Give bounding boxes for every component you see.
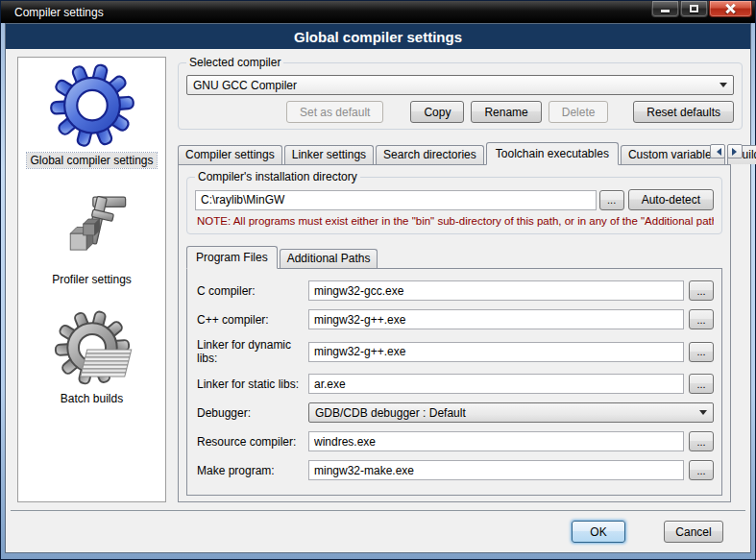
tab-scroll-right-button[interactable] [727, 144, 743, 158]
cpp-compiler-input[interactable] [308, 309, 684, 329]
program-files-panel: C compiler: ... C++ compiler: ... Linker… [186, 268, 722, 496]
installation-directory-group: Compiler's installation directory ... Au… [186, 177, 722, 234]
toolchain-executables-panel: Compiler's installation directory ... Au… [178, 164, 731, 502]
subtab-additional-paths[interactable]: Additional Paths [280, 249, 378, 268]
installation-directory-input[interactable] [195, 190, 597, 210]
tab-scroll-right-icon [732, 148, 741, 156]
close-button[interactable] [709, 1, 752, 17]
caliper-icon [54, 193, 131, 270]
tab-search-directories[interactable]: Search directories [376, 145, 484, 164]
resource-compiler-browse-button[interactable]: ... [689, 431, 714, 451]
dynamic-linker-browse-button[interactable]: ... [689, 342, 714, 362]
resource-compiler-input[interactable] [308, 431, 684, 451]
field-label: C++ compiler: [197, 313, 308, 327]
debugger-value: GDB/CDB debugger : Default [315, 406, 466, 420]
subtab-program-files[interactable]: Program Files [186, 246, 278, 269]
copy-button[interactable]: Copy [410, 101, 464, 123]
gray-gear-icon [53, 310, 132, 389]
titlebar[interactable]: Compiler settings [1, 1, 755, 23]
field-row-c-compiler: C compiler: ... [197, 280, 714, 301]
sidebar: Global compiler settings [17, 57, 166, 502]
dialog-header-title: Global compiler settings [294, 29, 462, 45]
tab-scroll-arrows [710, 144, 743, 158]
field-row-resource-compiler: Resource compiler: ... [197, 431, 714, 451]
maximize-icon [690, 5, 698, 12]
c-compiler-input[interactable] [308, 280, 684, 301]
blue-gear-icon [48, 63, 136, 151]
field-label: Linker for dynamic libs: [197, 338, 308, 365]
make-program-browse-button[interactable]: ... [689, 460, 714, 480]
minimize-button[interactable] [651, 1, 679, 17]
sidebar-item-label: Global compiler settings [27, 153, 156, 168]
reset-defaults-button[interactable]: Reset defaults [633, 101, 734, 123]
window-frame: Compiler settings Global compiler settin… [0, 0, 756, 560]
set-as-default-button[interactable]: Set as default [286, 101, 383, 123]
field-row-cpp-compiler: C++ compiler: ... [197, 309, 714, 329]
tab-linker-settings[interactable]: Linker settings [284, 145, 374, 164]
installation-directory-group-label: Compiler's installation directory [195, 170, 360, 183]
chevron-down-icon [719, 83, 727, 91]
installation-directory-note: NOTE: All programs must exist either in … [197, 215, 714, 227]
dialog-window: Global compiler settings Global compiler… [5, 23, 751, 553]
selected-compiler-dropdown[interactable]: GNU GCC Compiler [186, 75, 734, 95]
auto-detect-button[interactable]: Auto-detect [628, 189, 714, 210]
chevron-down-icon [699, 410, 707, 419]
make-program-input[interactable] [308, 460, 684, 480]
sidebar-item-global-compiler-settings[interactable]: Global compiler settings [18, 63, 165, 168]
main-panel: Selected compiler GNU GCC Compiler Set a… [178, 57, 743, 502]
rename-button[interactable]: Rename [471, 101, 541, 123]
dialog-header: Global compiler settings [6, 24, 750, 49]
field-label: Linker for static libs: [197, 377, 308, 391]
dialog-content: Global compiler settings [6, 49, 750, 510]
tab-scroll-left-icon [713, 148, 721, 156]
dynamic-linker-input[interactable] [308, 342, 684, 362]
field-row-make-program: Make program: ... [197, 460, 714, 480]
cpp-compiler-browse-button[interactable]: ... [689, 309, 714, 329]
selected-compiler-group-label: Selected compiler [186, 56, 283, 69]
installation-directory-row: ... Auto-detect [195, 189, 714, 210]
ok-button[interactable]: OK [572, 521, 625, 543]
selected-compiler-value: GNU GCC Compiler [193, 79, 297, 92]
tab-compiler-settings[interactable]: Compiler settings [178, 145, 282, 164]
tab-strip: Compiler settings Linker settings Search… [178, 138, 743, 164]
sidebar-item-label: Profiler settings [49, 272, 134, 287]
sidebar-item-label: Batch builds [58, 391, 126, 406]
field-row-dynamic-linker: Linker for dynamic libs: ... [197, 338, 714, 365]
minimize-icon [661, 10, 670, 12]
field-label: Make program: [197, 464, 308, 477]
static-linker-browse-button[interactable]: ... [689, 374, 714, 394]
sidebar-item-profiler-settings[interactable]: Profiler settings [18, 193, 165, 287]
maximize-button[interactable] [680, 1, 708, 17]
tab-scroll-left-button[interactable] [710, 144, 725, 158]
window-title: Compiler settings [14, 6, 104, 19]
subtab-strip: Program Files Additional Paths [186, 246, 730, 268]
field-label: C compiler: [197, 284, 308, 298]
static-linker-input[interactable] [308, 374, 684, 394]
selected-compiler-group: Selected compiler GNU GCC Compiler Set a… [178, 62, 743, 130]
close-icon [725, 4, 736, 13]
field-row-static-linker: Linker for static libs: ... [197, 374, 714, 394]
caption-buttons [651, 1, 752, 17]
field-row-debugger: Debugger: GDB/CDB debugger : Default [197, 402, 714, 423]
tab-toolchain-executables[interactable]: Toolchain executables [486, 142, 619, 165]
field-label: Resource compiler: [197, 435, 308, 449]
compiler-buttons-row: Set as default Copy Rename Delete Reset … [186, 101, 734, 123]
footer: OK Cancel [6, 511, 750, 552]
debugger-dropdown[interactable]: GDB/CDB debugger : Default [308, 402, 714, 423]
cancel-button[interactable]: Cancel [664, 521, 723, 543]
sidebar-item-batch-builds[interactable]: Batch builds [18, 310, 165, 406]
field-label: Debugger: [197, 406, 308, 420]
installation-directory-browse-button[interactable]: ... [599, 190, 624, 210]
delete-button[interactable]: Delete [549, 101, 609, 123]
c-compiler-browse-button[interactable]: ... [689, 280, 714, 301]
